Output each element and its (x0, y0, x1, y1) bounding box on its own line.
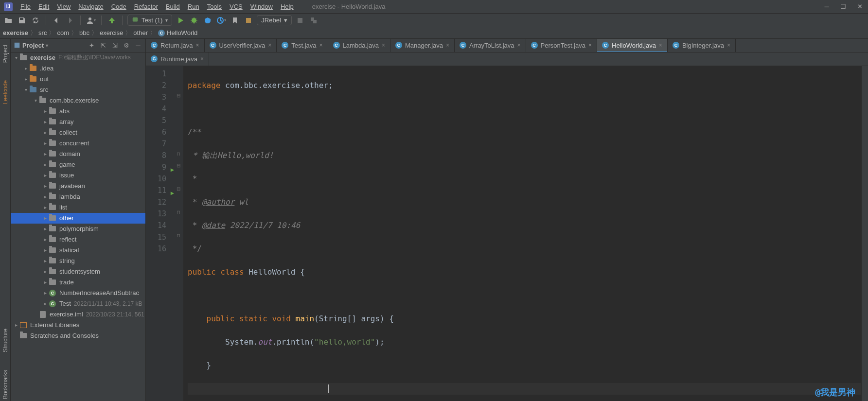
profile-icon[interactable]: ▾ (86, 15, 96, 26)
open-icon[interactable] (3, 15, 14, 26)
menu-help[interactable]: Help (277, 1, 298, 12)
tab-helloworld-java[interactable]: CHelloWorld.java× (597, 39, 668, 52)
tab-userverifier-java[interactable]: CUserVerifier.java× (205, 39, 277, 52)
tree-folder-lambda[interactable]: ▸lambda (11, 192, 145, 202)
run-config-dropdown[interactable]: Test (1) ▾ (127, 15, 172, 26)
menu-window[interactable]: Window (247, 1, 277, 12)
close-icon[interactable]: × (195, 42, 199, 49)
tree-folder-idea[interactable]: ▸.idea (11, 63, 145, 74)
stop-all-icon[interactable] (308, 15, 319, 26)
close-icon[interactable]: × (659, 42, 662, 49)
tree-folder-src[interactable]: ▾src (11, 85, 145, 95)
tree-folder-string[interactable]: ▸string (11, 256, 145, 266)
forward-icon[interactable] (65, 15, 75, 26)
jrebel-deploy-icon[interactable] (243, 15, 254, 26)
project-view-selector[interactable]: Project ▾ (14, 42, 48, 49)
close-icon[interactable]: × (382, 42, 385, 49)
fold-icon[interactable]: ⊓ (177, 233, 181, 238)
tab-lambda-java[interactable]: CLambda.java× (328, 39, 390, 52)
tree-folder-game[interactable]: ▸game (11, 159, 145, 170)
minimize-button[interactable]: ─ (818, 0, 835, 14)
close-icon[interactable]: × (319, 42, 322, 49)
save-icon[interactable] (17, 15, 27, 26)
tree-folder-other[interactable]: ▸other (11, 213, 145, 224)
close-icon[interactable]: × (268, 42, 271, 49)
tree-folder-list[interactable]: ▸list (11, 202, 145, 213)
menu-view[interactable]: View (53, 1, 74, 12)
rail-bookmarks[interactable]: Bookmarks (2, 368, 9, 401)
stop-button[interactable] (295, 15, 305, 26)
build-icon[interactable] (106, 15, 117, 26)
menu-file[interactable]: File (17, 1, 35, 12)
coverage-icon[interactable] (202, 15, 213, 26)
fold-icon[interactable]: ⊓ (177, 209, 181, 214)
hide-icon[interactable]: ─ (134, 41, 142, 50)
tree-scratches[interactable]: Scratches and Consoles (11, 331, 145, 341)
crumb-src[interactable]: src (38, 29, 47, 36)
tree-folder-trade[interactable]: ▸trade (11, 277, 145, 288)
close-icon[interactable]: × (200, 55, 204, 62)
menu-vcs[interactable]: VCS (226, 1, 247, 12)
tab-test-java[interactable]: CTest.java× (277, 39, 328, 52)
tree-folder-collect[interactable]: ▸collect (11, 127, 145, 138)
back-icon[interactable] (51, 15, 62, 26)
fold-icon[interactable]: ⊟ (177, 93, 181, 98)
debug-button[interactable] (189, 15, 199, 26)
settings-icon[interactable]: ⚙ (122, 41, 131, 50)
crumb-bbc[interactable]: bbc (79, 29, 89, 36)
tree-folder-array[interactable]: ▸array (11, 117, 145, 127)
jrebel-dropdown[interactable]: JRebel ▾ (257, 15, 291, 25)
project-tree[interactable]: ▾ exercise F:\编程数据\IDE\Java\works ▸.idea… (11, 52, 145, 401)
tree-class-number[interactable]: ▸CNumberIncreaseAndSubtrac (11, 288, 145, 298)
crumb-exercise[interactable]: exercise (3, 29, 28, 36)
tree-folder-polymorphism[interactable]: ▸polymorphism (11, 224, 145, 234)
close-icon[interactable]: × (727, 42, 730, 49)
collapse-all-icon[interactable]: ⇲ (110, 41, 119, 50)
tree-folder-studentsystem[interactable]: ▸studentsystem (11, 266, 145, 277)
tab-runtime-java[interactable]: CRuntime.java× (146, 52, 209, 66)
tree-folder-javabean[interactable]: ▸javabean (11, 181, 145, 192)
menu-edit[interactable]: Edit (35, 1, 53, 12)
tree-folder-abs[interactable]: ▸abs (11, 106, 145, 117)
crumb-com[interactable]: com (57, 29, 69, 36)
menu-refactor[interactable]: Refactor (130, 1, 162, 12)
tree-root[interactable]: ▾ exercise F:\编程数据\IDE\Java\works (11, 52, 145, 63)
run-button[interactable] (175, 15, 186, 26)
crumb-class[interactable]: CHelloWorld (158, 29, 197, 36)
code-editor[interactable]: package com.bbc.exercise.other; /** * 输出… (184, 66, 861, 401)
tree-folder-concurrent[interactable]: ▸concurrent (11, 138, 145, 149)
tree-file-iml[interactable]: exercise.iml2022/10/23 21:14, 561 (11, 309, 145, 320)
editor-scrollbar[interactable] (861, 66, 868, 401)
menu-code[interactable]: Code (107, 1, 130, 12)
maximize-button[interactable]: ☐ (835, 0, 851, 14)
tree-external-libs[interactable]: ▸External Libraries (11, 320, 145, 331)
tab-manager-java[interactable]: CManager.java× (390, 39, 455, 52)
fold-icon[interactable]: ⊟ (177, 186, 181, 191)
rail-structure[interactable]: Structure (2, 327, 9, 354)
crumb-exercise2[interactable]: exercise (100, 29, 123, 36)
tree-folder-reflect[interactable]: ▸reflect (11, 234, 145, 245)
tree-folder-out[interactable]: ▸out (11, 74, 145, 85)
locate-icon[interactable]: ✦ (87, 41, 96, 50)
tree-folder-statical[interactable]: ▸statical (11, 245, 145, 256)
attach-icon[interactable] (230, 15, 240, 26)
tree-package[interactable]: ▾com.bbc.exercise (11, 95, 145, 106)
tab-persontest-java[interactable]: CPersonTest.java× (526, 39, 598, 52)
crumb-other[interactable]: other (133, 29, 148, 36)
profiler-icon[interactable]: ▾ (216, 15, 227, 26)
menu-run[interactable]: Run (184, 1, 203, 12)
close-icon[interactable]: × (446, 42, 449, 49)
rail-project[interactable]: Project (2, 43, 9, 65)
menu-tools[interactable]: Tools (203, 1, 226, 12)
tab-return-java[interactable]: CReturn.java× (146, 39, 205, 52)
expand-all-icon[interactable]: ⇱ (99, 41, 107, 50)
close-icon[interactable]: × (517, 42, 521, 49)
tree-folder-domain[interactable]: ▸domain (11, 149, 145, 159)
close-window-button[interactable]: ✕ (851, 0, 868, 14)
menu-build[interactable]: Build (162, 1, 184, 12)
tab-biginteger-java[interactable]: CBigInteger.java× (668, 39, 736, 52)
tree-folder-issue[interactable]: ▸issue (11, 170, 145, 181)
close-icon[interactable]: × (588, 42, 592, 49)
menu-navigate[interactable]: Navigate (74, 1, 107, 12)
fold-icon[interactable]: ⊓ (177, 151, 181, 156)
